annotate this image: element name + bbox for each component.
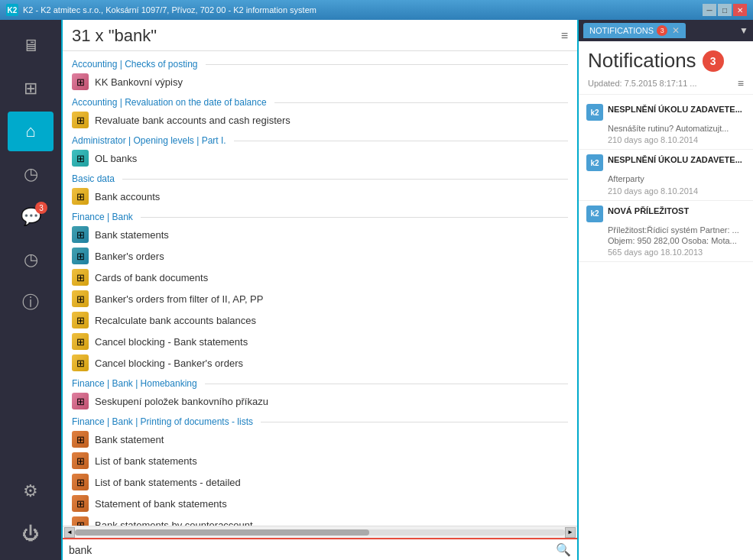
grid-icon: ⊞ [24,79,37,99]
notif-item-subtitle: Afterparty [608,173,745,184]
result-item-label: Statement of bank statements [95,498,227,510]
window-controls: ─ □ ✕ [703,4,747,16]
horizontal-scrollbar[interactable]: ◄ ► [63,526,577,538]
notif-tab-bar: NOTIFICATIONS 3 ✕ ▼ [579,20,753,41]
minimize-button[interactable]: ─ [703,4,716,16]
result-item[interactable]: ⊞Bank statement [63,429,577,450]
category-header: Finance | Bank | Printing of documents -… [63,412,577,429]
notif-item-time: 210 days ago 8.10.2014 [608,186,745,196]
result-item[interactable]: ⊞Banker's orders [63,245,577,267]
result-item[interactable]: ⊞Cancel blocking - Bank statements [63,331,577,352]
result-item-label: Bank statement [95,434,164,445]
sidebar-icon-clock[interactable]: ◷ [8,154,54,194]
notif-item-title: NESPLNĚNÍ ÚKOLU ZADAVETE... [608,104,745,115]
app-icon: K2 [6,4,18,16]
result-item-icon: ⊞ [72,333,89,350]
search-input[interactable] [69,544,556,556]
result-item-label: Recalculate bank accounts balances [95,315,256,326]
notif-item-title: NOVÁ PŘÍLEŽITOST [608,206,745,216]
result-item-icon: ⊞ [72,452,89,469]
result-item[interactable]: ⊞Cancel blocking - Banker's orders [63,352,577,374]
scroll-right-btn[interactable]: ► [565,527,576,538]
category-header: Accounting | Revaluation on the date of … [63,92,577,109]
sidebar-icon-clock2[interactable]: ◷ [8,240,54,280]
notification-item[interactable]: k2NESPLNĚNÍ ÚKOLU ZADAVETE...Nesnášíte r… [579,99,753,150]
notifications-menu-icon[interactable]: ≡ [738,77,744,89]
result-item-icon: ⊞ [72,290,89,307]
scroll-left-btn[interactable]: ◄ [64,527,75,538]
result-item-label: Bank accounts [95,191,160,202]
result-item-icon: ⊞ [72,312,89,329]
notifications-updated: Updated: 7.5.2015 8:17:11 ... [588,79,697,88]
notification-item[interactable]: k2NOVÁ PŘÍLEŽITOSTPříležitost:Řídicí sys… [579,201,753,263]
result-item-icon: ⊞ [72,188,89,205]
sidebar-icon-chat[interactable]: 💬 3 [8,197,54,237]
result-item[interactable]: ⊞List of bank statements - detailed [63,471,577,493]
result-item[interactable]: ⊞Bank accounts [63,186,577,207]
notifications-tab[interactable]: NOTIFICATIONS 3 ✕ [583,23,686,38]
result-item-icon: ⊞ [72,150,89,167]
category-header: Finance | Bank [63,207,577,224]
scroll-thumb[interactable] [75,529,369,536]
result-item[interactable]: ⊞KK Bankovní výpisy [63,71,577,92]
category-header: Basic data [63,169,577,186]
notifications-tab-dropdown[interactable]: ▼ [739,25,748,36]
result-item-label: Bank statements [95,229,169,241]
settings-icon: ⚙ [23,481,38,501]
notif-k2-badge: k2 [586,104,603,121]
sidebar-icon-settings[interactable]: ⚙ [8,471,54,511]
result-item-label: Cancel blocking - Bank statements [95,336,248,348]
result-item-label: OL banks [95,153,137,164]
result-item-label: Revaluate bank accounts and cash registe… [95,115,290,126]
window-title: K2 - K2 atmitec s.r.o., Koksární 1097/7,… [23,5,316,15]
result-item[interactable]: ⊞Banker's orders from filter of II, AP, … [63,288,577,309]
result-item[interactable]: ⊞List of bank statements [63,450,577,471]
title-bar: K2 K2 - K2 atmitec s.r.o., Koksární 1097… [0,0,753,20]
notif-item-subtitle: Příležitost:Řídicí systém Partner: ... O… [608,225,745,247]
header-menu-icon[interactable]: ≡ [561,29,568,43]
monitor-icon: 🖥 [22,36,39,56]
notif-k2-badge: k2 [586,154,603,171]
notifications-count-badge: 3 [703,50,724,72]
result-item-icon: ⊞ [72,269,89,286]
result-item[interactable]: ⊞OL banks [63,147,577,169]
result-item-icon: ⊞ [72,354,89,371]
result-item[interactable]: ⊞Bank statements [63,224,577,245]
home-icon: ⌂ [25,121,35,141]
result-item[interactable]: ⊞Seskupení položek bankovního příkazu [63,390,577,412]
clock2-icon: ◷ [24,250,38,270]
result-item-icon: ⊞ [72,393,89,409]
sidebar-icon-power[interactable]: ⏻ [8,514,54,554]
search-header: 31 x "bank" ≡ [63,20,577,51]
close-button[interactable]: ✕ [733,4,747,16]
notif-item-header: k2NOVÁ PŘÍLEŽITOST [586,206,745,222]
sidebar-icon-monitor[interactable]: 🖥 [8,26,54,66]
result-item-icon: ⊞ [72,226,89,243]
power-icon: ⏻ [22,524,39,544]
scroll-track [75,529,565,536]
content-area: 31 x "bank" ≡ Accounting | Checks of pos… [61,20,577,560]
result-item-label: KK Bankovní výpisy [95,76,183,88]
result-item-label: Cards of bank documents [95,272,208,283]
main-layout: 🖥 ⊞ ⌂ ◷ 💬 3 ◷ ⓘ ⚙ ⏻ [0,20,753,560]
result-item[interactable]: ⊞Revaluate bank accounts and cash regist… [63,109,577,131]
result-item[interactable]: ⊞Cards of bank documents [63,267,577,288]
result-item-icon: ⊞ [72,112,89,128]
result-item-label: List of bank statements [95,455,197,467]
maximize-button[interactable]: □ [718,4,732,16]
sidebar-icon-grid[interactable]: ⊞ [8,69,54,108]
sidebar-icon-home[interactable]: ⌂ [8,112,54,151]
notifications-panel: NOTIFICATIONS 3 ✕ ▼ Notifications 3 Upda… [577,20,753,560]
notifications-title: Notifications [588,49,696,73]
result-item[interactable]: ⊞Statement of bank statements [63,493,577,514]
sidebar-icon-info[interactable]: ⓘ [8,283,54,322]
notifications-tab-close[interactable]: ✕ [672,25,680,36]
search-button[interactable]: 🔍 [556,542,571,557]
chat-badge: 3 [35,202,47,214]
result-item[interactable]: ⊞Recalculate bank accounts balances [63,309,577,331]
result-item[interactable]: ⊞Bank statements by counteraccount [63,514,577,526]
results-container[interactable]: Accounting | Checks of posting⊞KK Bankov… [63,51,577,526]
category-header: Administrator | Opening levels | Part I. [63,131,577,147]
notification-item[interactable]: k2NESPLNĚNÍ ÚKOLU ZADAVETE...Afterparty2… [579,150,753,200]
sidebar-bottom: ⚙ ⏻ [8,471,54,560]
